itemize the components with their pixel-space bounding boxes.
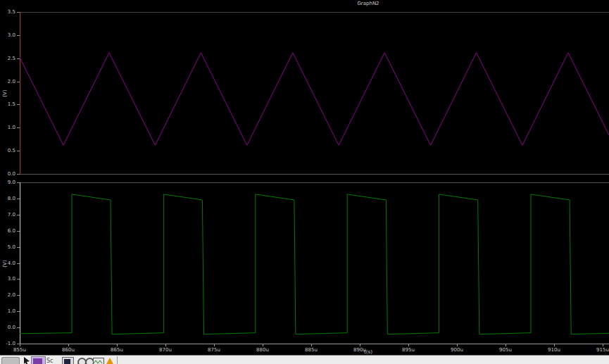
trace-thumbnail-icon [33,358,42,364]
y-tick-mark [17,127,20,128]
x-tick-label: 870u [156,347,175,353]
plot-1-bottom-border [20,174,609,175]
x-tick-mark [457,344,458,346]
graph-window: GraphN2 t(s) Sc 3.53.02.52.01.51.00.50.0… [0,0,609,364]
toolbar-separator [117,356,118,364]
y-tick-mark [17,295,20,296]
square-wave-trace [20,194,609,334]
y-tick-mark [17,12,20,13]
plot-area-2[interactable] [20,182,609,344]
y-tick-mark [17,58,20,59]
screen-icon [64,359,70,364]
x-tick-mark [408,344,409,346]
x-tick-mark [311,344,312,346]
toolbar: Sc [0,355,609,364]
x-tick-mark [165,344,166,346]
x-tick-mark [68,344,69,346]
y-tick-mark [17,35,20,36]
y-axis-unit-label-1: (V) [2,89,8,96]
x-tick-mark [506,344,506,346]
x-tick-label: 895u [399,347,417,353]
y-tick-label: 0.0 [0,171,15,177]
x-tick-label: 855u [11,347,29,353]
y-tick-label: 2.0 [0,79,15,85]
y-tick-mark [17,104,20,105]
y-tick-mark [17,327,20,328]
x-tick-mark [554,344,555,346]
display-button[interactable] [62,357,74,364]
x-tick-mark [360,344,360,346]
x-tick-mark [603,344,603,346]
x-tick-mark [117,344,118,346]
y-tick-label: 2.0 [0,292,15,299]
y-tick-label: 3.5 [0,9,15,15]
y-tick-label: -1.0 [0,341,15,347]
x-tick-label: 880u [253,347,272,353]
x-tick-label: 905u [496,347,515,353]
waveform-icon[interactable] [93,358,104,364]
y-tick-label: 1.0 [0,308,15,315]
y-tick-label: 7.0 [0,212,15,218]
x-tick-label: 900u [448,347,466,353]
y-tick-mark [17,279,20,280]
y-tick-label: 1.0 [0,125,15,131]
y-tick-mark [17,151,20,151]
x-tick-label: 860u [59,347,77,353]
y-tick-mark [17,311,20,312]
y-tick-mark [17,199,20,199]
x-tick-label: 910u [545,347,563,353]
y-tick-label: 0.0 [0,325,15,331]
x-tick-label: 890u [351,347,369,353]
square-wave-svg [20,182,609,344]
x-tick-label: 885u [302,347,320,353]
y-tick-label: 3.0 [0,32,15,39]
graph-title: GraphN2 [357,1,379,7]
x-tick-label: 875u [205,347,223,353]
y-tick-label: 6.0 [0,228,15,234]
y-tick-mark [17,215,20,215]
y-axis-unit-label-2: (V) [2,260,8,267]
x-tick-label: 865u [108,347,126,353]
y-tick-label: 2.5 [0,56,15,62]
cursor-icon[interactable] [23,357,30,364]
x-axis-line [20,344,609,344]
y-tick-mark [17,231,20,232]
y-tick-label: 9.0 [0,180,15,186]
x-tick-mark [263,344,263,346]
y-tick-label: 8.0 [0,196,15,202]
triangle-wave-trace [20,53,609,146]
y-tick-label: 1.5 [0,101,15,108]
x-tick-mark [20,344,20,346]
triangle-wave-svg [20,12,609,174]
y-tick-mark [17,263,20,264]
y-tick-mark [17,82,20,82]
y-tick-mark [17,174,20,175]
x-tick-mark [214,344,215,346]
y-tick-label: 3.0 [0,276,15,282]
trace-tool-button[interactable] [31,356,46,364]
x-tick-label: 915u [594,347,609,353]
y-tick-label: 5.0 [0,244,15,251]
y-tick-label: 0.5 [0,148,15,154]
warning-icon [106,358,113,364]
y-tick-mark [17,247,20,248]
toolbar-label: Sc [46,358,53,364]
y-tick-mark [17,182,20,183]
window-button[interactable] [1,357,20,364]
plot-area-1[interactable] [20,12,609,174]
